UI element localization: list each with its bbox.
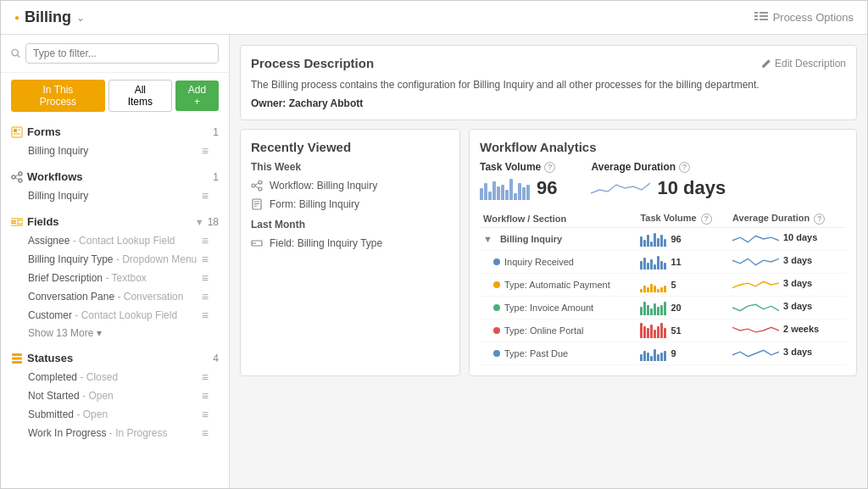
svg-rect-19 — [18, 220, 23, 224]
statuses-icon — [11, 353, 23, 364]
form-icon — [251, 198, 263, 210]
analytics-top-metrics: Task Volume ? — [480, 161, 846, 200]
sidebar-tabs: In This Process All Items Add + — [1, 73, 229, 119]
process-description-card: Process Description Edit Description The… — [240, 45, 857, 120]
list-item: Not Started - Open ≡ — [11, 386, 219, 405]
row-task-volume-cell: 96 — [637, 227, 729, 250]
svg-rect-5 — [760, 19, 768, 20]
sidebar-section-statuses: Statuses 4 Completed - Closed ≡ Not Star… — [1, 345, 229, 446]
fields-title: Fields — [11, 215, 59, 228]
avg-duration-info-icon[interactable]: ? — [679, 162, 690, 173]
search-input[interactable] — [25, 43, 219, 64]
table-row: Type: Invoice Amount203 days — [480, 296, 846, 319]
tab-in-process[interactable]: In This Process — [11, 80, 105, 112]
recently-viewed-title: Recently Viewed — [251, 140, 351, 154]
svg-rect-18 — [11, 222, 16, 224]
svg-point-26 — [259, 181, 262, 184]
sidebar-section-fields: Fields ▼ 18 Assignee - Contact Lookup Fi… — [1, 208, 229, 345]
field-conversation-pane[interactable]: Conversation Pane - Conversation — [28, 291, 202, 303]
svg-point-12 — [12, 175, 15, 179]
row-task-volume-cell: 11 — [637, 250, 729, 273]
col-task-volume: Task Volume ? — [637, 210, 729, 227]
process-description-owner: Owner: Zachary Abbott — [251, 97, 846, 109]
forms-billing-inquiry[interactable]: Billing Inquiry — [28, 145, 202, 157]
row-avg-duration-cell: 10 days — [729, 227, 846, 250]
status-submitted[interactable]: Submitted - Open — [28, 408, 202, 420]
table-row: ▼Billing Inquiry9610 days — [480, 227, 846, 250]
list-handle-icon: ≡ — [202, 389, 209, 403]
row-task-volume-cell: 9 — [637, 342, 729, 364]
title-chevron-icon[interactable]: ⌄ — [76, 12, 85, 24]
field-brief-description[interactable]: Brief Description - Textbox — [28, 272, 202, 284]
recently-field-billing[interactable]: Field: Billing Inquiry Type — [270, 237, 382, 249]
col-avg-duration: Average Duration ? — [729, 210, 846, 227]
list-item: Billing Inquiry Type - Dropdown Menu ≡ — [11, 250, 219, 269]
field-recent-icon — [251, 237, 263, 249]
add-button[interactable]: Add + — [175, 81, 219, 111]
field-billing-inquiry-type[interactable]: Billing Inquiry Type - Dropdown Menu — [28, 253, 202, 265]
process-description-title: Process Description — [251, 56, 374, 70]
svg-point-14 — [19, 179, 22, 182]
fields-icon — [11, 216, 23, 228]
svg-line-16 — [15, 177, 19, 180]
list-item: Brief Description - Textbox ≡ — [11, 269, 219, 287]
edit-description-button[interactable]: Edit Description — [761, 58, 846, 69]
task-volume-info-icon[interactable]: ? — [544, 162, 555, 173]
sidebar-search-area — [1, 35, 229, 73]
avg-duration-metric: Average Duration ? 10 days — [591, 161, 726, 200]
last-month-label: Last Month — [251, 219, 449, 231]
show-more-fields[interactable]: Show 13 More ▾ — [11, 325, 219, 342]
workflow-icon — [251, 180, 263, 192]
row-task-volume-cell: 5 — [637, 273, 729, 296]
recently-workflow-billing[interactable]: Workflow: Billing Inquiry — [270, 180, 377, 192]
col-task-volume-info-icon[interactable]: ? — [701, 214, 712, 225]
status-work-in-progress[interactable]: Work In Progress - In Progress — [28, 427, 202, 439]
list-item: Workflow: Billing Inquiry — [251, 176, 449, 195]
svg-rect-22 — [12, 353, 22, 356]
svg-rect-3 — [760, 12, 768, 14]
fields-count: 18 — [208, 216, 219, 228]
row-avg-duration-cell: 2 weeks — [729, 319, 846, 342]
status-completed[interactable]: Completed - Closed — [28, 371, 202, 383]
analytics-header: Workflow Analytics — [480, 140, 846, 154]
task-volume-row: 96 — [480, 176, 557, 200]
recently-form-billing[interactable]: Form: Billing Inquiry — [270, 198, 359, 210]
main-area: In This Process All Items Add + Forms — [1, 35, 867, 488]
statuses-count: 4 — [213, 353, 219, 364]
process-options-icon — [754, 12, 768, 24]
row-avg-duration-cell: 3 days — [729, 342, 846, 364]
tab-all-items[interactable]: All Items — [108, 80, 172, 112]
top-bar: ● Billing ⌄ Process Options — [1, 1, 867, 35]
task-volume-chart — [480, 176, 530, 200]
list-item: Completed - Closed ≡ — [11, 368, 219, 386]
field-assignee[interactable]: Assignee - Contact Lookup Field — [28, 235, 202, 247]
status-not-started[interactable]: Not Started - Open — [28, 390, 202, 402]
list-handle-icon: ≡ — [202, 308, 209, 322]
avg-duration-value: 10 days — [657, 177, 726, 199]
list-item: Billing Inquiry ≡ — [11, 142, 219, 160]
svg-rect-24 — [12, 361, 22, 364]
task-volume-label: Task Volume ? — [480, 161, 557, 173]
field-customer[interactable]: Customer - Contact Lookup Field — [28, 309, 202, 321]
list-handle-icon: ≡ — [202, 144, 209, 158]
avg-duration-label: Average Duration ? — [591, 161, 726, 173]
process-description-text: The Billing process contains the configu… — [251, 77, 846, 92]
workflows-billing-inquiry[interactable]: Billing Inquiry — [28, 190, 202, 202]
svg-point-27 — [259, 187, 262, 191]
list-item: Work In Progress - In Progress ≡ — [11, 424, 219, 442]
task-volume-value: 96 — [537, 177, 557, 199]
row-task-volume-cell: 20 — [637, 296, 729, 319]
statuses-title: Statuses — [11, 352, 73, 364]
table-row: Type: Online Portal512 weeks — [480, 319, 846, 342]
row-name-cell: Inquiry Received — [480, 250, 637, 273]
row-name-cell: ▼Billing Inquiry — [480, 227, 637, 250]
list-item: Form: Billing Inquiry — [251, 195, 449, 214]
svg-rect-9 — [14, 129, 17, 132]
process-options-button[interactable]: Process Options — [773, 11, 854, 24]
list-handle-icon: ≡ — [202, 234, 209, 247]
fields-count-area: ▼ 18 — [195, 216, 219, 228]
filter-icon: ▼ — [195, 217, 204, 227]
statuses-header: Statuses 4 — [11, 352, 219, 364]
col-avg-duration-info-icon[interactable]: ? — [814, 214, 825, 225]
workflow-analytics-card: Workflow Analytics Task Volume ? — [469, 129, 857, 376]
